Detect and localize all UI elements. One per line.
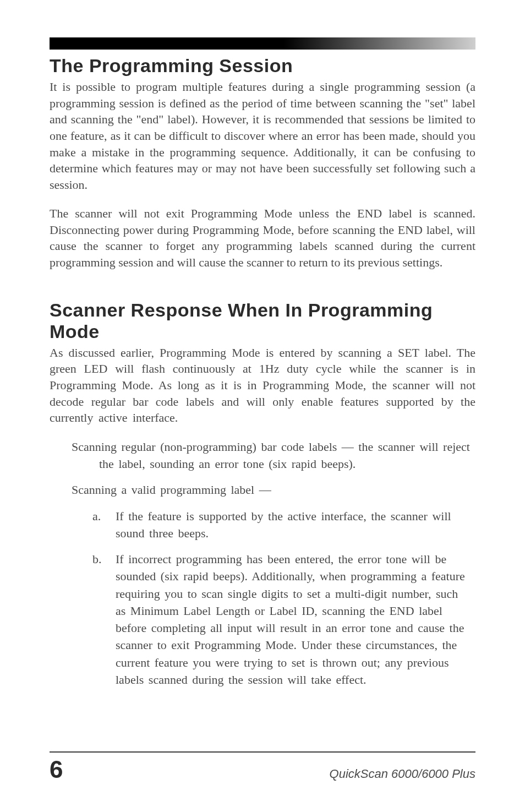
paragraph: The scanner will not exit Programming Mo… xyxy=(50,205,475,271)
header-gradient-bar xyxy=(50,37,475,50)
list-letter: b. xyxy=(92,551,116,688)
sub-list: a. If the feature is supported by the ac… xyxy=(92,508,470,688)
list-item-b: b. If incorrect programming has been ent… xyxy=(92,551,470,688)
list-text: If the feature is supported by the activ… xyxy=(116,508,470,542)
indent-block: Scanning regular (non-programming) bar c… xyxy=(72,438,470,499)
list-item: Scanning a valid programming label — xyxy=(72,481,470,498)
page-number: 6 xyxy=(50,756,63,783)
list-text: If incorrect programming has been entere… xyxy=(116,551,470,688)
footer-row: 6 QuickScan 6000/6000 Plus xyxy=(50,756,475,783)
footer-title: QuickScan 6000/6000 Plus xyxy=(330,767,475,781)
list-item: Scanning regular (non-programming) bar c… xyxy=(72,438,470,472)
list-item-a: a. If the feature is supported by the ac… xyxy=(92,508,470,542)
paragraph: As discussed earlier, Programming Mode i… xyxy=(50,345,475,426)
footer-rule xyxy=(50,751,475,753)
paragraph: It is possible to program multiple featu… xyxy=(50,79,475,193)
section-heading-scanner-response: Scanner Response When In Programming Mod… xyxy=(50,299,475,342)
page-container: The Programming Session It is possible t… xyxy=(0,0,525,812)
list-letter: a. xyxy=(92,508,116,542)
footer: 6 QuickScan 6000/6000 Plus xyxy=(50,751,475,783)
section-heading-programming-session: The Programming Session xyxy=(50,55,475,77)
